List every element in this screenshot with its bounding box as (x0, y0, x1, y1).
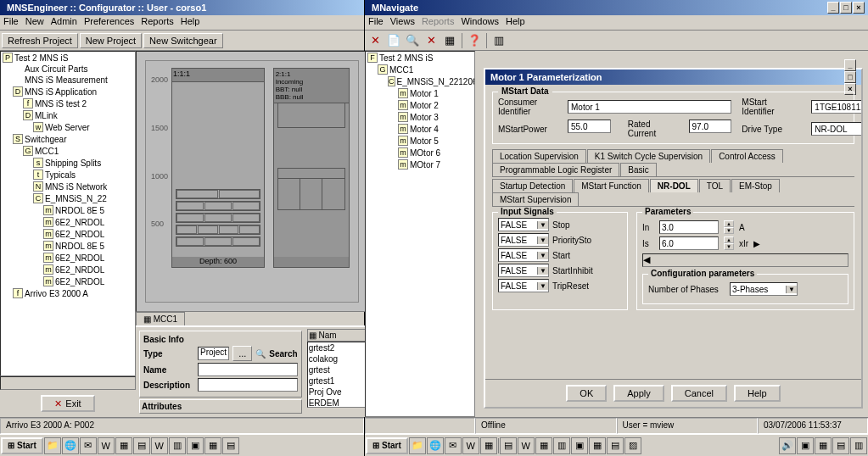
project-tree[interactable]: PTest 2 MNS iSAux Circuit PartsMNS iS Me… (0, 51, 136, 376)
tree-item[interactable]: m6E2_NRDOL (1, 228, 135, 240)
device-tree-item[interactable]: mMOtor 7 (366, 158, 474, 170)
task-icon[interactable]: ▥ (169, 437, 186, 454)
toolbar-icon[interactable]: 🔍 (404, 32, 421, 49)
task-icon[interactable]: ▦ (589, 437, 606, 454)
task-icon[interactable]: ▤ (222, 437, 239, 454)
search-label[interactable]: Search (269, 349, 297, 359)
tree-item[interactable]: tTypicals (1, 169, 135, 181)
list-item[interactable]: colakog (308, 353, 366, 364)
task-icon[interactable]: 📁 (44, 437, 61, 454)
dialog-minimize[interactable]: _ (844, 59, 856, 71)
start-button-left[interactable]: ⊞Start (1, 437, 43, 454)
task-icon[interactable]: ▤ (500, 437, 517, 454)
start-button-right[interactable]: ⊞Start (366, 437, 408, 454)
task-icon[interactable]: ▦ (535, 437, 552, 454)
exit-button[interactable]: ✕ Exit (41, 395, 94, 412)
device-tree-item[interactable]: mMotor 2 (366, 99, 474, 111)
tab[interactable]: Location Supervision (492, 149, 586, 163)
tree-item[interactable]: m6E2_NRDOL (1, 216, 135, 228)
list-item[interactable]: grtest (308, 364, 366, 375)
close-button[interactable]: × (853, 2, 865, 14)
signal-combo[interactable]: FALSE (498, 233, 549, 247)
tree-item[interactable]: fArrivo E3 2000 A (1, 287, 135, 299)
toolbar-icon[interactable]: 📄 (385, 32, 402, 49)
task-icon[interactable]: ▦ (204, 437, 221, 454)
refresh-project-button[interactable]: Refresh Project (2, 33, 78, 48)
list-item[interactable]: Proj Ove (308, 386, 366, 398)
menu-reports[interactable]: Reports (422, 16, 455, 29)
menu-preferences[interactable]: Preferences (84, 16, 134, 29)
tray-icon[interactable]: ▤ (832, 437, 849, 454)
tab[interactable]: EM-Stop (731, 179, 780, 192)
tree-item[interactable]: SSwitchgear (1, 133, 135, 145)
menu-file[interactable]: File (3, 16, 19, 29)
tree-item[interactable]: m6E2_NRDOL (1, 252, 135, 264)
new-project-button[interactable]: New Project (80, 33, 142, 48)
in-spin-buttons[interactable]: ▲▼ (724, 220, 734, 234)
menu-windows[interactable]: Windows (461, 16, 499, 29)
tab[interactable]: Basic (620, 163, 656, 176)
type-field[interactable]: Project (198, 347, 229, 360)
in-spinner[interactable]: 3.0 (659, 220, 719, 234)
menu-help[interactable]: Help (506, 16, 525, 29)
tab[interactable]: K1 Switch Cycle Supervision (587, 149, 710, 163)
menu-help[interactable]: Help (181, 16, 200, 29)
tab[interactable]: TOL (699, 179, 731, 192)
name-field[interactable] (198, 363, 298, 376)
menu-reports[interactable]: Reports (141, 16, 174, 29)
cabinet-1[interactable]: 1:1:1 Depth: 600 (171, 68, 265, 268)
task-icon[interactable]: W (518, 437, 535, 454)
menu-file[interactable]: File (368, 16, 384, 29)
dialog-maximize[interactable]: □ (844, 71, 856, 83)
device-tree-item[interactable]: mMotor 1 (366, 87, 474, 99)
task-icon[interactable]: 🌐 (62, 437, 79, 454)
tree-item[interactable]: mNRDOL 8E 5 (1, 240, 135, 252)
tree-item[interactable]: DMLink (1, 109, 135, 121)
task-icon[interactable]: ▣ (187, 437, 204, 454)
new-switchgear-button[interactable]: New Switchgear (143, 33, 222, 48)
device-tree-item[interactable]: GMCC1 (366, 64, 474, 75)
tab[interactable]: MStart Supervision (492, 192, 579, 206)
device-tree-item[interactable]: FTest 2 MNS iS (366, 52, 474, 64)
device-tree-item[interactable]: CE_MNSiS_N_221206_IP31 (366, 75, 474, 87)
menu-views[interactable]: Views (390, 16, 415, 29)
device-tree-item[interactable]: mMotor 3 (366, 111, 474, 123)
task-icon[interactable]: W (98, 437, 115, 454)
switchgear-viewer[interactable]: 2000 1500 1000 500 1:1:1 (136, 51, 368, 312)
description-field[interactable] (198, 378, 298, 392)
is-spin-buttons[interactable]: ▲▼ (724, 236, 734, 250)
menu-admin[interactable]: Admin (51, 16, 77, 29)
tree-item[interactable]: mNRDOL 8E 5 (1, 204, 135, 216)
menu-new[interactable]: New (25, 16, 44, 29)
tab[interactable]: Control Access (711, 149, 783, 163)
maximize-button[interactable]: □ (840, 2, 852, 14)
task-icon[interactable]: ▦ (480, 437, 497, 454)
tree-item[interactable]: DMNS iS Application (1, 86, 135, 97)
phases-combo[interactable]: 3-Phases (730, 282, 798, 296)
task-icon[interactable]: W (462, 437, 479, 454)
task-icon[interactable]: W (151, 437, 168, 454)
device-tree-item[interactable]: mMOtor 6 (366, 147, 474, 158)
help-button[interactable]: Help (734, 385, 781, 402)
toolbar-icon[interactable]: ▦ (441, 32, 458, 49)
tree-item[interactable]: MNS iS Measurement (1, 75, 135, 86)
type-browse-button[interactable]: ... (232, 346, 252, 361)
tree-item[interactable]: wWeb Server (1, 121, 135, 133)
tree-item[interactable]: sShipping Splits (1, 157, 135, 169)
apply-button[interactable]: Apply (613, 385, 664, 402)
tree-item[interactable]: CE_MNSiS_N_22 (1, 192, 135, 204)
list-item[interactable]: grtest2 (308, 342, 366, 353)
tree-item[interactable]: Aux Circuit Parts (1, 64, 135, 75)
tree-item[interactable]: NMNS iS Network (1, 181, 135, 192)
list-item[interactable]: ERDEM (308, 398, 366, 408)
toolbar-icon[interactable]: ▥ (490, 32, 507, 49)
tab[interactable]: NR-DOL (650, 179, 698, 192)
task-icon[interactable]: ▤ (607, 437, 624, 454)
tray-icon[interactable]: 🔊 (779, 437, 796, 454)
list-item[interactable]: grtest1 (308, 375, 366, 386)
project-list[interactable]: grtest2colakoggrtestgrtest1Proj OveERDEM (307, 342, 367, 408)
task-icon[interactable]: 🌐 (427, 437, 444, 454)
task-icon[interactable]: ✉ (445, 437, 462, 454)
tab[interactable]: Startup Detection (492, 179, 573, 192)
tree-item[interactable]: PTest 2 MNS iS (1, 52, 135, 64)
